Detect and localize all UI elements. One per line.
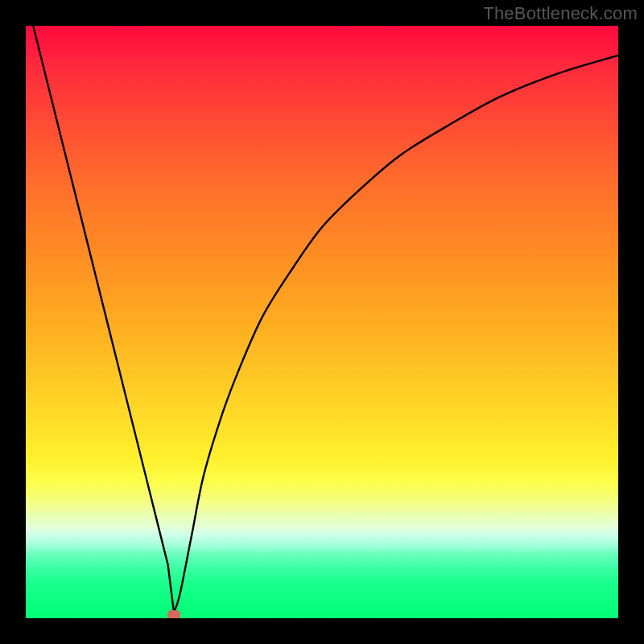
bottleneck-marker [167, 610, 180, 618]
plot-area [26, 26, 618, 618]
bottleneck-curve [26, 26, 618, 618]
attribution-text: TheBottleneck.com [483, 3, 638, 24]
chart-frame: TheBottleneck.com [0, 0, 644, 644]
